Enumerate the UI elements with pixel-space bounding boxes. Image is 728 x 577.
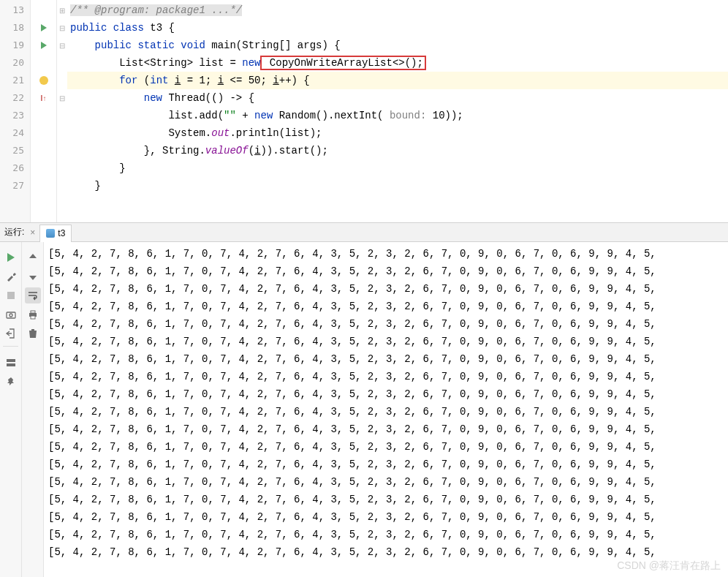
code-line[interactable]: new Thread(() -> { bbox=[67, 89, 728, 107]
line-number: 24 bbox=[0, 124, 30, 142]
console-line: [5, 4, 2, 7, 8, 6, 1, 7, 0, 7, 4, 2, 7, … bbox=[48, 403, 728, 421]
code-line[interactable]: } bbox=[67, 159, 728, 177]
fold-toggle[interactable]: ⊞ bbox=[57, 1, 67, 19]
app-icon bbox=[46, 229, 55, 238]
line-number: 23 bbox=[0, 107, 30, 124]
run-sidebar-left bbox=[0, 242, 22, 577]
implements-gutter-icon[interactable]: I↑ bbox=[31, 89, 56, 107]
soft-wrap-icon[interactable] bbox=[25, 287, 41, 303]
fold-toggle[interactable]: ⊟ bbox=[57, 19, 67, 37]
console-line: [5, 4, 2, 7, 8, 6, 1, 7, 0, 7, 4, 2, 7, … bbox=[48, 385, 728, 403]
console-line: [5, 4, 2, 7, 8, 6, 1, 7, 0, 7, 4, 2, 7, … bbox=[48, 456, 728, 473]
svg-rect-8 bbox=[31, 316, 35, 319]
fold-column[interactable]: ⊞⊟⊟⊟ bbox=[57, 0, 67, 222]
run-label: 运行: bbox=[4, 226, 24, 238]
fold-toggle[interactable]: ⊟ bbox=[57, 37, 67, 54]
code-line[interactable]: } bbox=[67, 177, 728, 195]
exit-icon[interactable] bbox=[3, 325, 19, 342]
line-number: 18 bbox=[0, 19, 30, 37]
console-line: [5, 4, 2, 7, 8, 6, 1, 7, 0, 7, 4, 2, 7, … bbox=[48, 438, 728, 456]
svg-rect-7 bbox=[31, 311, 35, 313]
gutter-blank bbox=[31, 177, 56, 195]
svg-rect-2 bbox=[7, 312, 15, 318]
line-number: 21 bbox=[0, 72, 30, 89]
pin-icon[interactable] bbox=[3, 374, 19, 390]
console-line: [5, 4, 2, 7, 8, 6, 1, 7, 0, 7, 4, 2, 7, … bbox=[48, 333, 728, 350]
gutter-blank bbox=[31, 1, 56, 19]
run-gutter-icon[interactable] bbox=[31, 37, 56, 54]
console-line: [5, 4, 2, 7, 8, 6, 1, 7, 0, 7, 4, 2, 7, … bbox=[48, 526, 728, 543]
code-line[interactable]: System.out.println(list); bbox=[67, 124, 728, 142]
rerun-icon[interactable] bbox=[3, 249, 19, 265]
code-line[interactable]: /** @program: package1 ...*/ bbox=[67, 1, 728, 19]
console-line: [5, 4, 2, 7, 8, 6, 1, 7, 0, 7, 4, 2, 7, … bbox=[48, 245, 728, 263]
console-line: [5, 4, 2, 7, 8, 6, 1, 7, 0, 7, 4, 2, 7, … bbox=[48, 491, 728, 508]
wrench-icon[interactable] bbox=[3, 268, 19, 284]
gutter-marks[interactable]: I↑ bbox=[31, 0, 57, 222]
svg-rect-4 bbox=[7, 359, 15, 362]
line-number: 27 bbox=[0, 177, 30, 195]
trash-icon[interactable] bbox=[25, 325, 41, 342]
fold-toggle bbox=[57, 142, 67, 159]
code-editor[interactable]: 1318192021222324252627 I↑ ⊞⊟⊟⊟ /** @prog… bbox=[0, 0, 728, 223]
fold-toggle bbox=[57, 124, 67, 142]
fold-toggle bbox=[57, 107, 67, 124]
console-line: [5, 4, 2, 7, 8, 6, 1, 7, 0, 7, 4, 2, 7, … bbox=[48, 473, 728, 491]
console-output[interactable]: [5, 4, 2, 7, 8, 6, 1, 7, 0, 7, 4, 2, 7, … bbox=[44, 242, 728, 577]
watermark-text: CSDN @蒋汪肯在路上 bbox=[617, 559, 721, 573]
line-number: 19 bbox=[0, 37, 30, 54]
svg-point-3 bbox=[10, 314, 12, 317]
code-area[interactable]: /** @program: package1 ...*/public class… bbox=[67, 0, 728, 222]
console-line: [5, 4, 2, 7, 8, 6, 1, 7, 0, 7, 4, 2, 7, … bbox=[48, 280, 728, 298]
line-number: 25 bbox=[0, 142, 30, 159]
console-line: [5, 4, 2, 7, 8, 6, 1, 7, 0, 7, 4, 2, 7, … bbox=[48, 543, 728, 561]
gutter-blank bbox=[31, 107, 56, 124]
console-line: [5, 4, 2, 7, 8, 6, 1, 7, 0, 7, 4, 2, 7, … bbox=[48, 508, 728, 526]
code-line[interactable]: list.add("" + new Random().nextInt( boun… bbox=[67, 107, 728, 124]
close-icon[interactable]: × bbox=[30, 227, 35, 238]
svg-marker-0 bbox=[7, 253, 15, 262]
down-icon[interactable] bbox=[25, 268, 41, 284]
line-number: 22 bbox=[0, 89, 30, 107]
intention-bulb-icon[interactable] bbox=[31, 72, 56, 89]
print-icon[interactable] bbox=[25, 306, 41, 323]
run-tool-header: 运行: × t3 bbox=[0, 223, 728, 242]
stop-icon[interactable] bbox=[3, 287, 19, 303]
run-tab-label: t3 bbox=[58, 228, 65, 238]
layout-icon[interactable] bbox=[3, 355, 19, 371]
fold-toggle bbox=[57, 159, 67, 177]
line-number: 13 bbox=[0, 1, 30, 19]
run-panel: [5, 4, 2, 7, 8, 6, 1, 7, 0, 7, 4, 2, 7, … bbox=[0, 223, 728, 577]
code-line[interactable]: public static void main(String[] args) { bbox=[67, 37, 728, 54]
line-number: 20 bbox=[0, 54, 30, 72]
gutter-blank bbox=[31, 124, 56, 142]
fold-toggle bbox=[57, 177, 67, 195]
code-line[interactable]: for (int i = 1; i <= 50; i++) { bbox=[67, 72, 728, 89]
gutter-blank bbox=[31, 142, 56, 159]
run-gutter-icon[interactable] bbox=[31, 19, 56, 37]
line-numbers: 1318192021222324252627 bbox=[0, 0, 31, 222]
console-line: [5, 4, 2, 7, 8, 6, 1, 7, 0, 7, 4, 2, 7, … bbox=[48, 350, 728, 368]
run-sidebar-right bbox=[22, 242, 44, 577]
gutter-blank bbox=[31, 54, 56, 72]
fold-toggle bbox=[57, 72, 67, 89]
fold-toggle bbox=[57, 54, 67, 72]
run-tab[interactable]: t3 bbox=[39, 225, 72, 242]
console-line: [5, 4, 2, 7, 8, 6, 1, 7, 0, 7, 4, 2, 7, … bbox=[48, 298, 728, 315]
line-number: 26 bbox=[0, 159, 30, 177]
camera-icon[interactable] bbox=[3, 306, 19, 323]
code-line[interactable]: }, String.valueOf(i)).start(); bbox=[67, 142, 728, 159]
console-line: [5, 4, 2, 7, 8, 6, 1, 7, 0, 7, 4, 2, 7, … bbox=[48, 368, 728, 385]
up-icon[interactable] bbox=[25, 249, 41, 265]
code-line[interactable]: public class t3 { bbox=[67, 19, 728, 37]
gutter-blank bbox=[31, 159, 56, 177]
svg-rect-5 bbox=[7, 363, 15, 366]
fold-toggle[interactable]: ⊟ bbox=[57, 89, 67, 107]
code-line[interactable]: List<String> list = new CopyOnWriteArray… bbox=[67, 54, 728, 72]
console-line: [5, 4, 2, 7, 8, 6, 1, 7, 0, 7, 4, 2, 7, … bbox=[48, 421, 728, 438]
console-line: [5, 4, 2, 7, 8, 6, 1, 7, 0, 7, 4, 2, 7, … bbox=[48, 263, 728, 280]
svg-rect-1 bbox=[7, 292, 15, 299]
console-line: [5, 4, 2, 7, 8, 6, 1, 7, 0, 7, 4, 2, 7, … bbox=[48, 315, 728, 333]
